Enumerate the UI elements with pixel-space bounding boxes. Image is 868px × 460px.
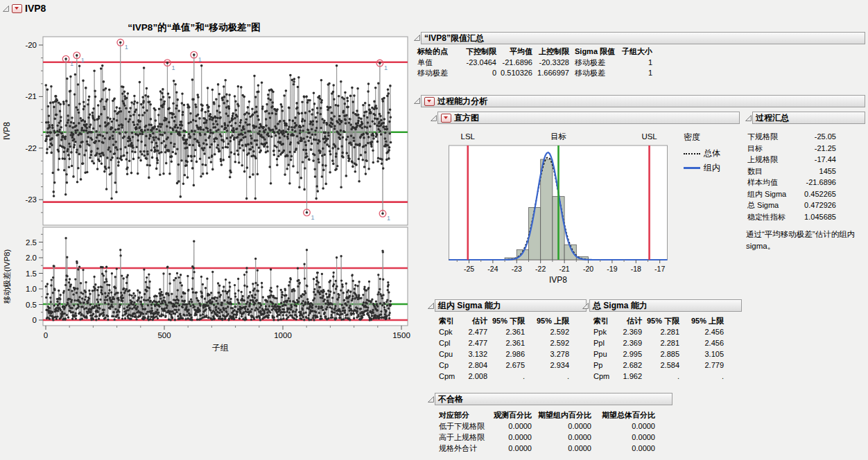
table-cell: 移动极差: [569, 68, 615, 79]
test-failure-label: 1: [125, 44, 128, 51]
column-header: 索引: [439, 315, 464, 326]
process-summary-header[interactable]: 过程汇总: [752, 112, 865, 124]
disclosure-triangle-nonconforming[interactable]: [427, 396, 435, 403]
table-cell: 0.0000: [493, 443, 532, 454]
table-cell: Cpm: [593, 371, 618, 382]
column-header: 95% 下限: [642, 315, 679, 326]
histogram-x-axis-label: IVP8: [549, 275, 567, 285]
table-cell: 数目: [747, 166, 801, 177]
table-cell: 目标: [747, 143, 801, 154]
nonconforming-table: 对应部分观测百分比期望组内百分比期望总体百分比低于下规格限0.00000.000…: [439, 409, 655, 454]
table-cell: Cpk: [439, 326, 464, 337]
table-cell: 组内 Sigma: [747, 188, 801, 200]
table-cell: 2.456: [679, 337, 724, 348]
nonconforming-title: 不合格: [438, 393, 463, 405]
table-cell: 2.477: [464, 337, 487, 348]
svg-text:0.5: 0.5: [26, 301, 37, 309]
table-cell: 上规格限: [747, 154, 801, 166]
limit-summary-header[interactable]: “IVP8”限值汇总: [421, 32, 865, 44]
column-header: 95% 下限: [487, 315, 525, 326]
svg-text:1500: 1500: [392, 331, 410, 339]
column-header: 对应部分: [439, 409, 493, 421]
red-triangle-menu-icon[interactable]: [441, 114, 451, 123]
disclosure-triangle-process-summary[interactable]: [745, 114, 752, 122]
legend-label-within: 组内: [704, 162, 720, 174]
table-cell: 2.682: [618, 360, 642, 371]
table-cell: 移动极差: [569, 57, 615, 69]
red-triangle-menu-icon[interactable]: [12, 4, 22, 13]
table-cell: 3.105: [679, 348, 724, 360]
column-header: 子组大小: [615, 46, 652, 57]
column-header: 95% 上限: [525, 315, 569, 326]
capability-header[interactable]: 过程能力分析: [421, 95, 865, 107]
overall-sigma-header[interactable]: 总 Sigma 能力: [589, 299, 742, 312]
overall-density-line-sample: [684, 153, 700, 154]
table-cell: 2.281: [642, 326, 679, 337]
column-header: 下控制限: [462, 46, 496, 57]
legend-label-overall: 总体: [704, 148, 720, 159]
table-cell: Cp: [439, 360, 464, 371]
table-cell: 2.477: [464, 326, 487, 337]
svg-text:1000: 1000: [274, 331, 292, 339]
red-triangle-menu-icon[interactable]: [424, 97, 435, 106]
svg-text:500: 500: [157, 331, 171, 339]
table-cell: 2.584: [642, 360, 679, 371]
table-cell: Pp: [593, 360, 618, 371]
report-title: IVP8: [25, 3, 46, 14]
report-outline-header: IVP8: [12, 3, 46, 14]
table-cell: 0.510326: [496, 68, 532, 79]
table-cell: 2.281: [642, 337, 679, 348]
table-cell: 2.008: [464, 371, 487, 382]
table-cell: 0.0000: [591, 432, 655, 443]
svg-text:-21: -21: [559, 265, 570, 273]
process-summary-title: 过程汇总: [756, 112, 789, 124]
histogram-header[interactable]: 直方图: [437, 112, 740, 124]
test-failure-label: 1: [81, 57, 85, 64]
table-cell: 下规格限: [747, 131, 801, 143]
control-charts[interactable]: 11111111-20-21-22-2300.51.01.52.02.50500…: [0, 17, 416, 355]
table-cell: 2.361: [487, 326, 525, 337]
y-axis-label-individuals: IVP8: [2, 122, 12, 140]
column-header: 期望总体百分比: [591, 409, 655, 421]
spec-label: USL: [641, 132, 657, 141]
table-cell: .: [679, 371, 724, 382]
svg-text:1.5: 1.5: [26, 269, 37, 278]
limit-summary-table: 标绘的点下控制限平均值上控制限Sigma 限值子组大小单值-23.0464-21…: [417, 46, 652, 79]
table-cell: 2.995: [618, 348, 642, 360]
table-cell: Ppl: [593, 337, 618, 348]
process-summary-table: 下规格限-25.05目标-21.25上规格限-17.44数目1455样本均值-2…: [747, 131, 836, 222]
table-cell: 样本均值: [747, 177, 801, 188]
table-cell: 2.885: [642, 348, 679, 360]
table-cell: -17.44: [801, 154, 836, 166]
spec-label: LSL: [461, 132, 476, 141]
table-cell: 1.962: [618, 371, 642, 382]
disclosure-triangle-within-sigma[interactable]: [427, 302, 435, 310]
svg-text:-24: -24: [487, 265, 498, 273]
sigma-estimate-note: 通过“平均移动极差”估计的组内 sigma。: [746, 229, 867, 252]
table-cell: 0.472926: [801, 200, 836, 211]
table-cell: 2.456: [679, 326, 724, 337]
table-cell: 2.675: [487, 360, 525, 371]
disclosure-triangle-ivp8[interactable]: [2, 5, 10, 12]
capability-histogram[interactable]: LSL目标USL-25-24-23-22-21-20-19-18-17IVP8: [447, 130, 680, 294]
table-cell: 0.0000: [532, 432, 591, 443]
disclosure-triangle-limit-summary[interactable]: [413, 34, 421, 42]
nonconforming-header[interactable]: 不合格: [435, 393, 672, 405]
within-sigma-header[interactable]: 组内 Sigma 能力: [435, 299, 587, 312]
within-sigma-table: 索引估计95% 下限95% 上限Cpk2.4772.3612.592Cpl2.4…: [439, 315, 569, 382]
table-cell: .: [487, 371, 525, 382]
table-cell: 1.666997: [532, 68, 569, 79]
table-cell: 1: [615, 68, 652, 79]
svg-text:0: 0: [33, 316, 37, 324]
svg-text:-17: -17: [654, 265, 665, 273]
table-cell: 0.0000: [591, 421, 655, 432]
table-cell: 2.369: [618, 326, 642, 337]
table-cell: 0.452265: [801, 188, 836, 200]
x-axis-label: 子组: [212, 343, 229, 353]
column-header: 估计: [618, 315, 642, 326]
disclosure-triangle-histogram[interactable]: [430, 114, 437, 122]
test-failure-label: 1: [171, 64, 175, 71]
disclosure-triangle-overall-sigma[interactable]: [582, 302, 589, 310]
disclosure-triangle-capability[interactable]: [413, 97, 421, 105]
table-cell: Cpm: [439, 371, 464, 382]
